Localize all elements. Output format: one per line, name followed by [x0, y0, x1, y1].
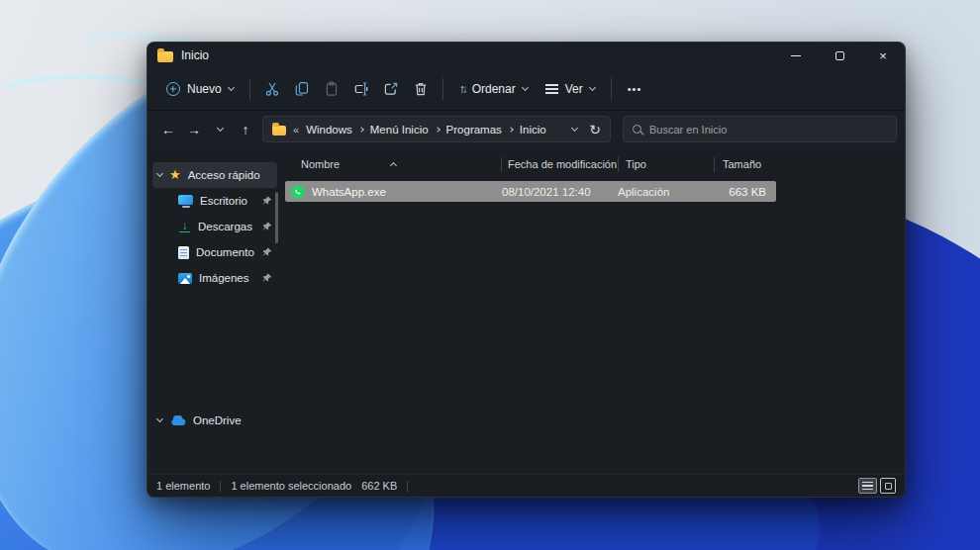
navigation-pane: ★ Acceso rápido Escritorio ↓ Descargas D…: [147, 148, 282, 474]
details-view-toggle[interactable]: [858, 478, 877, 494]
up-button[interactable]: ↑: [233, 117, 258, 142]
delete-button[interactable]: [406, 75, 436, 103]
downloads-icon: ↓: [178, 221, 191, 233]
more-ellipsis-icon: •••: [628, 83, 642, 95]
sidebar-item-quick-access[interactable]: ★ Acceso rápido: [152, 162, 277, 188]
pictures-icon: [178, 273, 192, 284]
pin-icon[interactable]: [262, 247, 272, 257]
close-button[interactable]: ×: [861, 43, 905, 68]
breadcrumb-chevron-icon: [358, 127, 364, 133]
new-label: Nuevo: [187, 82, 222, 96]
window-title: Inicio: [181, 48, 209, 62]
copy-icon: [294, 81, 310, 97]
breadcrumb-chevron-icon: [435, 127, 441, 133]
sidebar-spacer: [147, 291, 282, 408]
onedrive-cloud-icon: [169, 415, 186, 426]
column-label: Nombre: [301, 158, 340, 170]
cut-icon: [264, 81, 280, 97]
column-header-tamano[interactable]: Tamaño: [715, 158, 776, 170]
sidebar-item-escritorio[interactable]: Escritorio: [152, 188, 277, 214]
chevron-down-icon: [522, 84, 529, 91]
breadcrumb-item-programas[interactable]: Programas: [446, 124, 502, 136]
view-label: Ver: [565, 82, 583, 96]
status-bar: 1 elemento 1 elemento seleccionado 662 K…: [147, 474, 905, 497]
forward-arrow-icon: →: [187, 122, 201, 138]
title-bar[interactable]: Inicio ×: [147, 43, 905, 68]
sidebar-item-documentos[interactable]: Documento: [152, 239, 277, 265]
folder-icon: [157, 51, 173, 62]
desktop-icon: [178, 195, 193, 205]
chevron-down-icon[interactable]: [156, 415, 163, 422]
search-input[interactable]: [649, 124, 887, 136]
column-label: Fecha de modificación: [508, 158, 617, 170]
items-count: 1 elemento: [156, 480, 210, 492]
toolbar-divider: [442, 78, 443, 100]
recent-locations-button[interactable]: [207, 117, 233, 142]
content-area: ★ Acceso rápido Escritorio ↓ Descargas D…: [147, 148, 905, 474]
sort-button[interactable]: ↑↓ Ordenar: [450, 76, 537, 102]
share-icon: [383, 81, 399, 97]
cut-button[interactable]: [257, 75, 287, 103]
breadcrumb-item-inicio[interactable]: Inicio: [520, 124, 546, 136]
whatsapp-icon: [291, 185, 305, 199]
toolbar-divider: [611, 78, 612, 100]
sidebar-item-onedrive[interactable]: OneDrive: [152, 408, 277, 433]
view-button[interactable]: Ver: [537, 76, 604, 102]
file-modified: 08/10/2021 12:40: [502, 186, 618, 198]
sidebar-scrollbar[interactable]: [275, 192, 278, 243]
sort-arrows-icon: ↑↓: [459, 82, 465, 96]
up-arrow-icon: ↑: [243, 122, 249, 138]
column-label: Tipo: [626, 158, 646, 170]
paste-icon: [324, 81, 340, 97]
breadcrumb-item-windows[interactable]: Windows: [306, 124, 352, 136]
breadcrumb-collapse-icon[interactable]: «: [293, 124, 299, 136]
new-button[interactable]: Nuevo: [157, 76, 243, 102]
pin-icon[interactable]: [262, 222, 272, 231]
selection-count: 1 elemento seleccionado: [231, 480, 351, 492]
search-box[interactable]: [623, 116, 897, 142]
chevron-down-icon[interactable]: [156, 170, 163, 177]
pin-icon[interactable]: [262, 273, 272, 283]
address-dropdown-icon[interactable]: [571, 124, 578, 131]
copy-button[interactable]: [287, 75, 317, 103]
close-icon: ×: [879, 48, 887, 63]
column-header-tipo[interactable]: Tipo: [619, 158, 714, 170]
file-row-whatsapp[interactable]: WhatsApp.exe 08/10/2021 12:40 Aplicación…: [285, 181, 776, 202]
toolbar-divider: [249, 78, 250, 100]
back-arrow-icon: ←: [161, 122, 175, 138]
forward-button[interactable]: →: [181, 117, 207, 142]
column-header-fecha[interactable]: Fecha de modificación: [502, 158, 618, 170]
pin-icon[interactable]: [262, 196, 272, 206]
large-icons-view-toggle[interactable]: [880, 478, 896, 494]
file-list: Nombre Fecha de modificación Tipo Tamaño: [282, 148, 905, 474]
desktop-wallpaper: Inicio × Nuevo: [0, 0, 980, 550]
view-list-icon: [545, 84, 558, 94]
sidebar-item-label: Escritorio: [200, 195, 247, 207]
maximize-button[interactable]: [818, 43, 861, 68]
column-headers: Nombre Fecha de modificación Tipo Tamaño: [282, 152, 905, 176]
onedrive-label: OneDrive: [193, 414, 242, 426]
breadcrumb-item-menu-inicio[interactable]: Menú Inicio: [370, 124, 429, 136]
back-button[interactable]: ←: [155, 117, 181, 142]
more-options-button[interactable]: •••: [619, 77, 651, 101]
sort-ascending-icon: [390, 162, 397, 169]
minimize-button[interactable]: [774, 43, 818, 68]
column-label: Tamaño: [723, 158, 761, 170]
command-toolbar: Nuevo: [147, 68, 905, 110]
chevron-down-icon: [228, 84, 235, 91]
selection-size: 662 KB: [361, 480, 397, 492]
search-icon: [633, 125, 641, 134]
sidebar-item-label: Imágenes: [199, 272, 249, 284]
share-button[interactable]: [376, 75, 406, 103]
documents-icon: [178, 246, 189, 259]
paste-button[interactable]: [317, 75, 346, 103]
refresh-icon[interactable]: ↻: [589, 122, 601, 138]
address-bar[interactable]: « Windows Menú Inicio Programas Inicio ↻: [262, 116, 611, 142]
chevron-down-icon: [589, 84, 596, 91]
explorer-window: Inicio × Nuevo: [147, 42, 906, 498]
rename-button[interactable]: [346, 75, 376, 103]
folder-icon: [272, 126, 286, 136]
sidebar-item-imagenes[interactable]: Imágenes: [152, 265, 277, 291]
sidebar-item-descargas[interactable]: ↓ Descargas: [152, 214, 277, 239]
column-header-nombre[interactable]: Nombre: [282, 158, 501, 170]
